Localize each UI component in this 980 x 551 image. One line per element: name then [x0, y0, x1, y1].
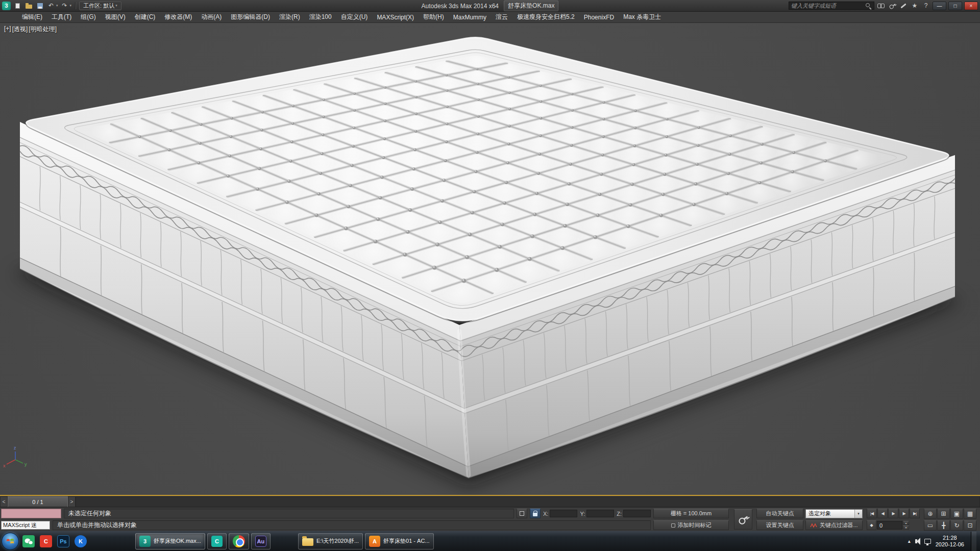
taskbar-item-max-document[interactable]: 3 舒享床垫OK.max...: [135, 533, 205, 549]
taskbar-red-app-button[interactable]: C: [38, 534, 54, 549]
spinner-up-button[interactable]: ▴: [903, 521, 909, 525]
show-desktop-button[interactable]: [971, 532, 976, 551]
taskbar-photoshop-button[interactable]: Ps: [56, 534, 71, 549]
communication-center-button[interactable]: [876, 2, 886, 10]
time-slider-handle[interactable]: 0 / 1: [8, 496, 68, 507]
undo-button[interactable]: ↶: [46, 2, 56, 10]
previous-frame-arrow[interactable]: <: [0, 496, 8, 507]
workspace-selector[interactable]: 工作区: 默认 ▾: [79, 2, 121, 10]
redo-dropdown-caret[interactable]: ▾: [70, 4, 72, 8]
menu-item-11[interactable]: MAXScript(X): [372, 12, 419, 22]
taskbar-item-browser[interactable]: [229, 533, 249, 549]
isolate-selection-toggle[interactable]: [517, 509, 527, 518]
nav-button-top-3[interactable]: ▦: [964, 509, 976, 519]
menu-item-13[interactable]: MaxMummy: [449, 12, 491, 22]
set-key-big-button[interactable]: [734, 509, 752, 530]
maxscript-mini-listener[interactable]: MAXScript 迷: [1, 521, 50, 530]
taskbar-wechat-button[interactable]: [21, 534, 36, 549]
new-file-button[interactable]: [13, 2, 22, 10]
taskbar-item-acdsee[interactable]: A 舒享床垫01 - AC...: [365, 533, 433, 549]
lock-selection-toggle[interactable]: [530, 509, 541, 518]
taskbar-item-audition[interactable]: Au: [251, 533, 271, 549]
menu-item-9[interactable]: 渲染100: [305, 11, 336, 23]
nav-button-top-1[interactable]: ⊞: [937, 509, 950, 519]
menu-item-16[interactable]: PhoenixFD: [579, 12, 619, 22]
playback-button-4[interactable]: ▶|: [910, 509, 920, 518]
coord-y-label: Y:: [580, 511, 585, 517]
menu-item-2[interactable]: 组(G): [76, 11, 100, 23]
menu-item-7[interactable]: 图形编辑器(D): [226, 11, 275, 23]
workspace-caret-icon: ▾: [115, 4, 117, 8]
add-time-tag-button[interactable]: 添加时间标记: [653, 520, 729, 530]
next-frame-arrow[interactable]: >: [68, 496, 76, 507]
menu-item-1[interactable]: 工具(T): [47, 11, 76, 23]
search-input[interactable]: 键入关键字或短语: [789, 2, 874, 10]
search-placeholder: 键入关键字或短语: [791, 2, 836, 10]
track-bar[interactable]: [76, 496, 980, 507]
annotate-button[interactable]: [899, 2, 908, 10]
nav-button-bottom-2[interactable]: ↻: [950, 520, 963, 531]
selection-set-dropdown[interactable]: 选定对象 ▾: [805, 509, 863, 518]
undo-dropdown-caret[interactable]: ▾: [56, 4, 58, 8]
search-icon[interactable]: [865, 3, 872, 9]
menu-item-6[interactable]: 动画(A): [197, 11, 226, 23]
key-mode-toggle[interactable]: ◆: [867, 520, 876, 530]
key-filters-label: 关键点过滤器...: [819, 521, 857, 529]
menu-item-3[interactable]: 视图(V): [101, 11, 130, 23]
help-button[interactable]: ?: [921, 2, 930, 10]
coord-y-field[interactable]: [586, 510, 614, 517]
viewport-shading-menu[interactable]: [明暗处理]: [29, 25, 57, 34]
coord-x-field[interactable]: [550, 510, 577, 517]
open-file-button[interactable]: [24, 2, 33, 10]
nav-button-bottom-3[interactable]: ⊡: [964, 520, 976, 531]
nav-button-top-0[interactable]: ⊕: [924, 509, 937, 519]
playback-button-1[interactable]: ◀: [877, 509, 888, 518]
start-button[interactable]: [2, 533, 19, 550]
key-filters-button[interactable]: 关键点过滤器...: [805, 520, 863, 530]
taskbar-clock[interactable]: 21:28 2020-12-06: [936, 535, 964, 548]
nav-button-bottom-1[interactable]: ╋: [937, 520, 950, 531]
menu-item-4[interactable]: 创建(C): [130, 11, 160, 23]
network-icon[interactable]: [924, 539, 931, 544]
taskbar-acdsee-label: 舒享床垫01 - AC...: [383, 537, 429, 545]
menu-item-8[interactable]: 渲染(R): [275, 11, 305, 23]
viewport-pov-menu[interactable]: [透视]: [12, 25, 28, 34]
set-key-toggle[interactable]: 设置关键点: [756, 520, 803, 530]
close-button[interactable]: ×: [964, 2, 978, 10]
menu-item-12[interactable]: 帮助(H): [419, 11, 449, 23]
spinner-down-button[interactable]: ▾: [903, 525, 909, 530]
current-frame-field[interactable]: 0: [877, 521, 902, 530]
menu-item-5[interactable]: 修改器(M): [160, 11, 197, 23]
show-hidden-icons-button[interactable]: ▴: [908, 538, 911, 544]
playback-button-2[interactable]: ▶: [888, 509, 898, 518]
save-file-button[interactable]: [35, 2, 44, 10]
maximize-button[interactable]: □: [948, 2, 962, 10]
menu-item-14[interactable]: 渲云: [491, 11, 512, 23]
playback-button-3[interactable]: ▶: [899, 509, 909, 518]
playback-controls: |◀◀▶▶▶|: [867, 509, 922, 518]
sign-in-button[interactable]: [888, 2, 897, 10]
nav-button-bottom-0[interactable]: ▭: [924, 520, 937, 531]
volume-icon[interactable]: [915, 539, 917, 543]
nav-button-top-2[interactable]: ▣: [950, 509, 963, 519]
coord-z-field[interactable]: [623, 510, 651, 517]
taskbar-k-app-button[interactable]: K: [73, 534, 88, 549]
menu-item-17[interactable]: Max 杀毒卫士: [619, 11, 666, 23]
menu-item-10[interactable]: 自定义(U): [336, 11, 373, 23]
minimize-button[interactable]: —: [933, 2, 946, 10]
grid-size-display[interactable]: 栅格 = 100.0mm: [653, 509, 729, 518]
auto-key-toggle[interactable]: 自动关键点: [756, 509, 803, 518]
viewport-general-menu[interactable]: [+]: [4, 25, 11, 34]
favorites-button[interactable]: ★: [910, 2, 919, 10]
menu-item-0[interactable]: 编辑(E): [17, 11, 47, 23]
menu-item-15[interactable]: 极速瘦身安全归档5.2: [512, 11, 579, 23]
taskbar-item-teal-app[interactable]: C: [207, 533, 227, 549]
perspective-viewport[interactable]: xyz [+] [透视] [明暗处理]: [0, 23, 980, 496]
binoculars-icon: [877, 3, 885, 8]
application-menu-button[interactable]: 3: [2, 2, 11, 10]
taskbar-item-explorer-folder[interactable]: E:\天竹2020\舒...: [298, 533, 363, 549]
redo-button[interactable]: ↷: [60, 2, 69, 10]
macro-recorder-field[interactable]: [1, 509, 61, 518]
playback-button-0[interactable]: |◀: [867, 509, 877, 518]
app-title-text: Autodesk 3ds Max 2014 x64: [422, 3, 499, 10]
